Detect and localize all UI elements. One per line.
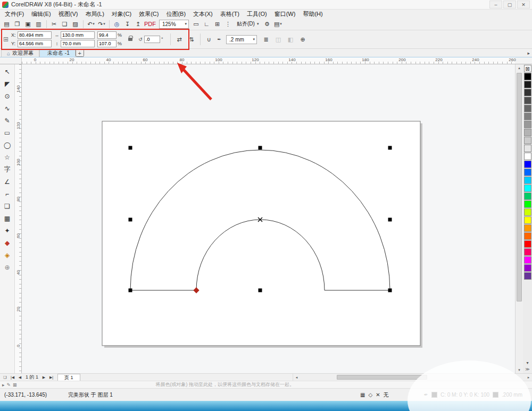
palette-flyout-icon[interactable]: ▸	[2, 382, 5, 388]
object-width-input[interactable]	[61, 31, 95, 39]
palette-expand-icon[interactable]: ≫	[524, 366, 531, 372]
color-swatch[interactable]	[524, 224, 531, 232]
last-page-button[interactable]: ▶|	[48, 374, 55, 381]
maximize-button[interactable]: ▢	[503, 1, 516, 9]
copy-button[interactable]: ❏	[60, 19, 70, 29]
separator[interactable]	[46, 20, 47, 28]
minimize-button[interactable]: –	[489, 1, 502, 9]
tab-untitled-1[interactable]: 未命名 -1	[39, 49, 76, 57]
color-swatch[interactable]	[524, 161, 531, 168]
convert-to-curve-button[interactable]: ∪	[204, 35, 214, 44]
import-button[interactable]: ↧	[123, 19, 132, 29]
open-button[interactable]: ❐	[13, 19, 22, 29]
menu-item[interactable]: 窗口(W)	[271, 10, 300, 19]
text-tool[interactable]: 字	[2, 164, 13, 175]
mirror-horizontal-button[interactable]: ⇄	[174, 35, 184, 44]
color-swatch[interactable]	[524, 264, 531, 272]
show-grid-button[interactable]: ⊞	[213, 19, 222, 29]
menu-item[interactable]: 视图(V)	[55, 10, 82, 19]
palette-scroll-down-icon[interactable]: ▾	[524, 360, 531, 366]
export-button[interactable]: ↥	[134, 19, 143, 29]
next-page-button[interactable]: ▶	[40, 374, 47, 381]
palette-eyedropper-icon[interactable]: ✎	[7, 382, 11, 388]
color-swatch[interactable]	[524, 256, 531, 264]
color-swatch[interactable]	[524, 89, 531, 96]
horizontal-scrollbar[interactable]: ◂ ▸	[293, 374, 532, 381]
page-menu-icon[interactable]: ❏	[2, 374, 9, 381]
menu-item[interactable]: 工具(O)	[243, 10, 271, 19]
separator[interactable]	[109, 20, 110, 28]
drop-shadow-tool[interactable]: ❏	[2, 200, 13, 212]
color-swatch[interactable]	[524, 240, 531, 248]
shape-tool[interactable]: ◤	[2, 78, 13, 89]
undo-button[interactable]: ↶▾	[86, 19, 96, 29]
vertical-scrollbar[interactable]: ▴ ▾	[515, 64, 523, 373]
y-position-input[interactable]	[18, 40, 52, 47]
menu-item[interactable]: 对象(C)	[108, 10, 135, 19]
color-swatch[interactable]	[524, 129, 531, 136]
color-swatch[interactable]	[524, 81, 531, 88]
previous-page-button[interactable]: ◀	[16, 374, 23, 381]
pick-tool[interactable]: ↖	[2, 66, 13, 77]
interactive-fill-tool[interactable]: ◆	[2, 237, 13, 248]
mirror-vertical-button[interactable]: ⇅	[187, 35, 196, 44]
parallel-dimension-tool[interactable]: ∠	[2, 176, 13, 187]
color-swatch[interactable]	[524, 184, 531, 192]
show-guidelines-button[interactable]: ⋮	[223, 19, 233, 29]
color-swatch[interactable]	[524, 97, 531, 104]
scale-v-input[interactable]	[97, 40, 117, 47]
scroll-down-icon[interactable]: ▾	[516, 366, 523, 373]
zoom-tool[interactable]: ⊙	[2, 90, 13, 102]
quick-customize-button[interactable]: ⊕	[2, 262, 13, 273]
tab-scroll-right-icon[interactable]: ▸	[527, 51, 530, 56]
wrap-text-button[interactable]: ≣	[261, 35, 271, 44]
outline-width-combo[interactable]: .2 mm ▾	[226, 35, 257, 44]
print-button[interactable]: ▥	[34, 19, 44, 29]
launcher-button[interactable]: ▤▾	[273, 19, 282, 29]
show-rulers-button[interactable]: ∟	[202, 19, 212, 29]
palette-no-color-icon[interactable]: ⊠	[13, 382, 17, 388]
rectangle-tool[interactable]: ▭	[2, 127, 13, 138]
color-swatch[interactable]	[524, 177, 531, 184]
polygon-tool[interactable]: ☆	[2, 152, 13, 163]
horizontal-scroll-thumb[interactable]	[337, 375, 427, 380]
menu-item[interactable]: 编辑(E)	[28, 10, 55, 19]
scale-h-input[interactable]	[97, 31, 117, 39]
menu-item[interactable]: 表格(T)	[217, 10, 243, 19]
color-eyedropper-tool[interactable]: ✦	[2, 225, 13, 236]
snap-to-dropdown[interactable]: 贴齐(D) ▾	[234, 19, 261, 29]
object-height-input[interactable]	[61, 40, 95, 47]
color-swatch[interactable]	[524, 169, 531, 176]
vertical-ruler[interactable]: 140120100806040200	[15, 64, 22, 373]
rotation-angle-input[interactable]	[144, 36, 160, 43]
menu-item[interactable]: 布局(L)	[81, 10, 107, 19]
quick-customize-button[interactable]: ⊕	[298, 35, 307, 44]
menu-item[interactable]: 帮助(H)	[299, 10, 326, 19]
cut-button[interactable]: ✂	[49, 19, 59, 29]
tab-welcome-screen[interactable]: ⌂欢迎屏幕	[1, 49, 39, 57]
group-button[interactable]: ◫	[273, 35, 283, 44]
vertical-scroll-thumb[interactable]	[517, 73, 522, 301]
smart-fill-tool[interactable]: ◈	[2, 249, 13, 261]
color-swatch[interactable]	[524, 272, 531, 280]
close-button[interactable]: ✕	[517, 1, 530, 9]
color-swatch[interactable]	[524, 216, 531, 224]
menu-item[interactable]: 效果(C)	[135, 10, 162, 19]
no-color-swatch[interactable]: ⊠	[524, 65, 531, 72]
freehand-tool[interactable]: ∿	[2, 103, 13, 114]
color-swatch[interactable]	[524, 145, 531, 152]
menu-item[interactable]: 位图(B)	[162, 10, 189, 19]
horizontal-ruler[interactable]: 020406080100120140160180200220240260	[22, 57, 515, 64]
scroll-left-icon[interactable]: ◂	[293, 374, 300, 381]
scroll-up-icon[interactable]: ▴	[516, 64, 523, 71]
color-swatch[interactable]	[524, 232, 531, 240]
artistic-media-tool[interactable]: ✎	[2, 115, 13, 126]
new-document-tab-button[interactable]: +	[76, 49, 84, 57]
save-button[interactable]: ▣	[23, 19, 33, 29]
first-page-button[interactable]: |◀	[9, 374, 16, 381]
fullscreen-preview-button[interactable]: ▭	[192, 19, 201, 29]
new-document-button[interactable]: ▤	[2, 19, 12, 29]
page-tab[interactable]: 页 1	[57, 374, 80, 381]
color-swatch[interactable]	[524, 192, 531, 200]
color-swatch[interactable]	[524, 200, 531, 208]
